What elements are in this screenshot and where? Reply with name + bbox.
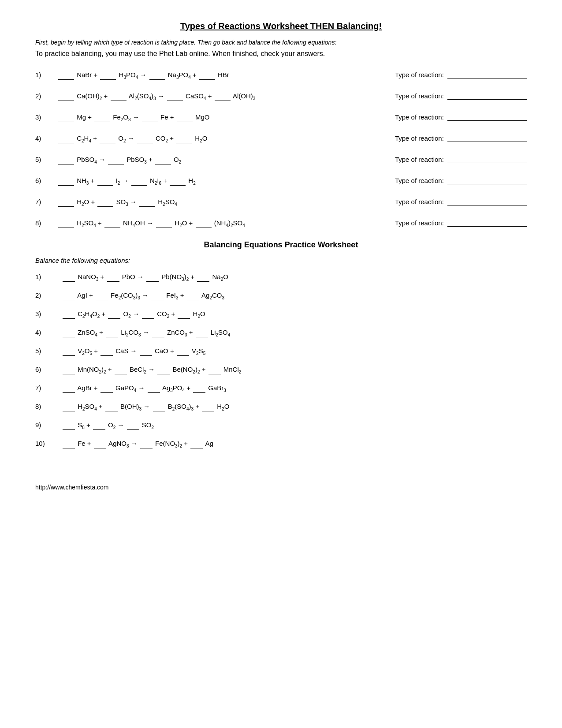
blank [149, 79, 165, 80]
bal-content-5: V2O5 + CaS → CaO + V2S5 [62, 347, 527, 356]
bal-content-7: AgBr + GaPO4 → Ag3PO4 + GaBr3 [62, 384, 527, 393]
answer-line-3 [447, 120, 527, 121]
blank [58, 228, 74, 228]
blank [153, 411, 165, 411]
eq-content-2: Ca(OH)2 + Al2(SO4)3 → CaSO4 + Al(OH)3 [57, 92, 386, 101]
blank [58, 122, 74, 122]
balance-row-10: 10) Fe + AgNO3 → Fe(NO3)2 + Ag [35, 440, 527, 448]
balance-row-2: 2) AgI + Fe2(CO3)3 → FeI3 + Ag2CO3 [35, 291, 527, 300]
balance-row-7: 7) AgBr + GaPO4 → Ag3PO4 + GaBr3 [35, 384, 527, 393]
blank [127, 429, 139, 430]
blank [202, 411, 214, 411]
blank [167, 101, 183, 101]
bal-num-2: 2) [35, 291, 62, 299]
bal-num-7: 7) [35, 384, 62, 392]
bal-num-1: 1) [35, 273, 62, 280]
bal-content-9: S8 + O2 → SO2 [62, 421, 527, 430]
type-label-6: Type of reaction: [395, 177, 527, 184]
balance-row-1: 1) NaNO3 + PbO → Pb(NO3)2 + Na2O [35, 273, 527, 282]
section2-title: Balancing Equations Practice Worksheet [35, 240, 527, 250]
blank [151, 300, 164, 300]
blank [111, 101, 127, 101]
blank [93, 429, 105, 430]
equation-row-1: 1) NaBr + H3PO4 → Na3PO4 + HBr Type of r… [35, 71, 527, 80]
page-title: Types of Reactions Worksheet THEN Balanc… [35, 21, 527, 31]
balance-row-5: 5) V2O5 + CaS → CaO + V2S5 [35, 347, 527, 356]
equation-row-5: 5) PbSO4 → PbSO3 + O2 Type of reaction: [35, 156, 527, 164]
answer-line-6 [447, 184, 527, 184]
blank [142, 318, 154, 319]
footer-url: http://www.chemfiesta.com [35, 484, 527, 491]
bal-content-3: C2H4O2 + O2 → CO2 + H2O [62, 310, 527, 319]
blank [63, 281, 75, 282]
blank [58, 164, 74, 164]
blank [63, 318, 75, 319]
section1-equations: 1) NaBr + H3PO4 → Na3PO4 + HBr Type of r… [35, 71, 527, 228]
equation-row-7: 7) H2O + SO3 → H2SO4 Type of reaction: [35, 198, 527, 207]
intro-normal: To practice balancing, you may use the P… [35, 49, 527, 59]
eq-num-1: 1) [35, 71, 57, 78]
eq-num-8: 8) [35, 219, 57, 227]
blank [142, 122, 158, 122]
blank [58, 101, 74, 101]
eq-content-7: H2O + SO3 → H2SO4 [57, 198, 386, 207]
balance-row-8: 8) H2SO4 + B(OH)3 → B2(SO4)3 + H2O [35, 403, 527, 411]
blank [108, 318, 120, 319]
blank [196, 228, 212, 228]
equation-row-2: 2) Ca(OH)2 + Al2(SO4)3 → CaSO4 + Al(OH)3… [35, 92, 527, 101]
type-label-2: Type of reaction: [395, 92, 527, 100]
blank [108, 164, 124, 164]
blank [58, 79, 74, 80]
blank [152, 337, 164, 337]
intro-italic: First, begin by telling which type of re… [35, 38, 527, 47]
equation-row-3: 3) Mg + Fe2O3 → Fe + MgO Type of reactio… [35, 113, 527, 122]
section2: Balancing Equations Practice Worksheet B… [35, 240, 527, 448]
blank [190, 448, 203, 448]
blank [170, 185, 186, 186]
blank [58, 143, 74, 143]
blank [178, 318, 190, 319]
type-label-3: Type of reaction: [395, 113, 527, 121]
blank [105, 411, 118, 411]
equation-row-4: 4) C2H4 + O2 → CO2 + H2O Type of reactio… [35, 134, 527, 143]
blank [146, 281, 159, 282]
blank [97, 206, 113, 207]
answer-line-4 [447, 142, 527, 142]
type-label-5: Type of reaction: [395, 156, 527, 163]
eq-content-1: NaBr + H3PO4 → Na3PO4 + HBr [57, 71, 386, 80]
blank [100, 143, 115, 143]
bal-content-2: AgI + Fe2(CO3)3 → FeI3 + Ag2CO3 [62, 291, 527, 300]
blank [100, 392, 113, 393]
eq-content-8: H2SO4 + NH4OH → H2O + (NH4)2SO4 [57, 219, 386, 228]
blank [131, 185, 147, 186]
eq-num-4: 4) [35, 134, 57, 142]
blank [63, 429, 75, 430]
blank [97, 185, 113, 186]
answer-line-5 [447, 163, 527, 163]
answer-line-2 [447, 99, 527, 100]
blank [177, 355, 189, 356]
eq-num-2: 2) [35, 92, 57, 100]
blank [156, 228, 172, 228]
bal-content-4: ZnSO4 + Li2CO3 → ZnCO3 + Li2SO4 [62, 329, 527, 337]
bal-num-9: 9) [35, 421, 62, 429]
blank [140, 448, 153, 448]
blank [115, 374, 127, 374]
bal-content-1: NaNO3 + PbO → Pb(NO3)2 + Na2O [62, 273, 527, 282]
blank [107, 281, 119, 282]
blank [199, 79, 215, 80]
blank [148, 392, 160, 393]
blank [137, 143, 153, 143]
blank [104, 228, 120, 228]
eq-num-3: 3) [35, 113, 57, 121]
balance-row-3: 3) C2H4O2 + O2 → CO2 + H2O [35, 310, 527, 319]
blank [94, 448, 106, 448]
blank [63, 374, 75, 374]
eq-content-6: NH3 + I2 → N2I6 + H2 [57, 177, 386, 186]
type-label-1: Type of reaction: [395, 71, 527, 78]
blank [155, 164, 171, 164]
eq-content-5: PbSO4 → PbSO3 + O2 [57, 156, 386, 164]
balance-row-6: 6) Mn(NO2)2 + BeCl2 → Be(NO2)2 + MnCl2 [35, 366, 527, 374]
blank [106, 337, 118, 337]
bal-num-5: 5) [35, 347, 62, 355]
